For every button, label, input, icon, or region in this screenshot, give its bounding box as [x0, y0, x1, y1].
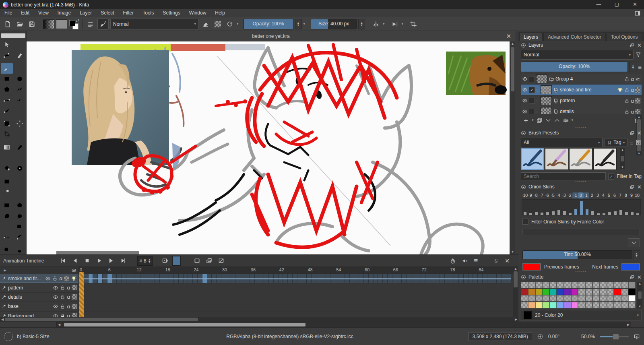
tool-line[interactable] — [14, 63, 26, 74]
brush-option-widget[interactable] — [85, 19, 96, 29]
inherit-alpha-icon[interactable] — [64, 276, 69, 281]
panel-tab-tool-options[interactable]: Tool Options — [607, 33, 642, 41]
skip-to-end-button[interactable] — [118, 256, 128, 265]
inherit-alpha-icon[interactable] — [72, 294, 77, 300]
opacity-caret[interactable]: ▾ — [303, 22, 305, 26]
tool-colorize-mask[interactable] — [14, 153, 26, 163]
palette-swatch[interactable] — [571, 302, 578, 308]
frame-settings-icon[interactable] — [160, 256, 171, 265]
expand-onion-options-button[interactable] — [628, 238, 640, 247]
inherit-alpha-icon[interactable] — [635, 87, 640, 93]
onion-offset-0[interactable]: 0 — [578, 192, 584, 198]
brush-preset-1[interactable] — [521, 148, 544, 170]
palette-swatch[interactable] — [628, 295, 636, 302]
palette-swatch-empty[interactable] — [614, 282, 621, 288]
palette-swatch-empty[interactable] — [542, 282, 549, 288]
palette-swatch[interactable] — [535, 289, 543, 295]
panel-tab-layers[interactable]: Layers — [519, 33, 543, 41]
onion-offset--10[interactable]: -10 — [522, 192, 527, 198]
timeline-layer-details[interactable]: detailsα — [0, 293, 78, 302]
layer-row-group-4[interactable]: Group 4α — [521, 74, 642, 85]
layer-visible-icon[interactable] — [45, 276, 51, 281]
palette-swatch-empty[interactable] — [557, 282, 564, 288]
layer-visible-icon[interactable] — [522, 76, 528, 82]
wrap-caret[interactable]: ▾ — [402, 22, 404, 26]
onion-offset--3[interactable]: -3 — [561, 192, 567, 198]
audio-icon[interactable] — [462, 258, 468, 264]
palette-swatch-empty[interactable] — [607, 295, 614, 302]
move-layer-up-button[interactable] — [554, 117, 560, 124]
palette-swatch[interactable] — [549, 289, 557, 295]
onion-offset--9[interactable]: -9 — [527, 192, 533, 198]
palette-swatch-empty[interactable] — [549, 295, 557, 302]
timeline-track-smoke-and-fir-[interactable] — [79, 274, 513, 283]
layer-visible-icon[interactable] — [522, 109, 528, 114]
reload-preset-button[interactable] — [225, 19, 235, 29]
canvas-horizontal-scrollbar[interactable]: ◀▶ — [56, 322, 631, 327]
palette-swatch-empty[interactable] — [585, 302, 592, 308]
tool-move[interactable] — [14, 118, 26, 129]
color-profile-label[interactable]: RGB/Alpha (8-bit integer/channel) sRGB-e… — [226, 334, 353, 339]
tool-magnetic-select[interactable] — [14, 231, 26, 242]
layer-checkbox[interactable] — [529, 109, 535, 114]
palette-swatch[interactable] — [564, 302, 571, 308]
opacity-spinner[interactable]: ▲▼ — [295, 19, 302, 29]
previous-frame-button[interactable] — [70, 256, 80, 265]
tool-freehand-select[interactable] — [14, 211, 26, 221]
timeline-vertical-scrollbar[interactable]: ▲ — [513, 267, 518, 317]
palette-swatch[interactable] — [614, 289, 621, 295]
tool-fill[interactable] — [1, 163, 13, 174]
timeline-fit-icon[interactable] — [72, 268, 76, 273]
menu-layer[interactable]: Layer — [75, 9, 96, 17]
tool-enclose-fill[interactable] — [14, 163, 26, 174]
menu-settings[interactable]: Settings — [158, 9, 184, 17]
canvas-tab[interactable]: better one yet.kra ✕ — [27, 31, 515, 42]
timeline-layer-pattern[interactable]: patternα — [0, 283, 78, 292]
onion-offset-3[interactable]: 3 — [595, 192, 601, 198]
fg-bg-color-chooser[interactable]: ⇄ — [69, 19, 79, 29]
layer-opacity-spinner[interactable]: ▲▼ — [630, 62, 636, 72]
blending-mode-dropdown[interactable]: Normal▾ — [110, 19, 199, 29]
layer-alpha-icon[interactable]: α — [631, 87, 634, 93]
crop-toolbar-button[interactable] — [408, 19, 419, 29]
timeline-playhead[interactable] — [79, 272, 84, 317]
previous-frames-color[interactable] — [522, 263, 541, 271]
preset-filter-dropdown[interactable]: All▾ — [521, 138, 603, 147]
tool-polyline[interactable] — [14, 84, 26, 95]
docker-lock-icon[interactable] — [521, 275, 526, 280]
onion-offset-5[interactable]: 5 — [606, 192, 612, 198]
onion-opacity-slider-10[interactable] — [635, 200, 640, 215]
palette-swatch[interactable] — [528, 289, 535, 295]
palette-swatch[interactable] — [542, 289, 549, 295]
layer-lock-icon[interactable] — [52, 276, 58, 281]
palette-swatch-empty[interactable] — [535, 295, 543, 302]
tool-gradient[interactable] — [1, 142, 13, 153]
tool-freehand-path[interactable] — [14, 95, 26, 105]
tool-freehand-brush[interactable] — [1, 63, 13, 74]
pin-icon[interactable] — [2, 304, 6, 309]
onion-offset--8[interactable]: -8 — [533, 192, 539, 198]
onion-offset-10[interactable]: 10 — [634, 192, 640, 198]
palette-swatch[interactable] — [628, 282, 636, 288]
palette-swatch[interactable] — [535, 302, 543, 308]
toolbox-handle[interactable] — [1, 33, 25, 38]
timeline-layer-name[interactable]: smoke and fir... — [8, 276, 43, 281]
tool-similar-select[interactable] — [1, 221, 13, 231]
layer-alpha-icon[interactable]: α — [67, 285, 70, 291]
layer-checkbox[interactable] — [529, 76, 535, 82]
tool-polygon[interactable] — [1, 84, 13, 95]
tool-smart-patch[interactable] — [1, 153, 13, 163]
layer-visible-icon[interactable] — [53, 294, 58, 300]
menu-view[interactable]: View — [34, 9, 53, 17]
timeline-layer-name[interactable]: details — [8, 294, 51, 300]
onion-offset-1[interactable]: 1 — [584, 192, 589, 198]
timeline-menu-icon[interactable]: ≡ — [474, 257, 478, 265]
workspace-chooser-button[interactable] — [634, 10, 641, 17]
mirror-caret[interactable]: ▾ — [383, 22, 385, 26]
tool-contiguous-select[interactable] — [14, 221, 26, 231]
tool-calligraphy[interactable] — [14, 50, 26, 60]
onion-offset--7[interactable]: -7 — [539, 192, 544, 198]
drop-frames-icon[interactable] — [450, 258, 456, 264]
minimize-button[interactable]: — — [590, 0, 608, 9]
menu-select[interactable]: Select — [96, 9, 118, 17]
